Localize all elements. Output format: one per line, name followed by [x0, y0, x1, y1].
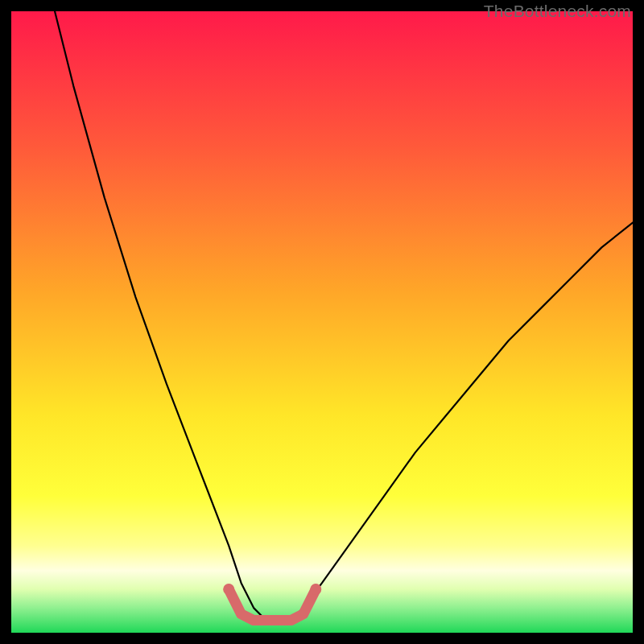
highlight-start-dot: [223, 584, 234, 595]
chart-plot: [11, 11, 633, 633]
optimal-region-highlight: [229, 589, 316, 621]
bottleneck-curve: [11, 11, 633, 621]
watermark-text: TheBottleneck.com: [484, 2, 631, 21]
chart-frame: [11, 11, 633, 633]
highlight-end-dot: [310, 584, 321, 595]
